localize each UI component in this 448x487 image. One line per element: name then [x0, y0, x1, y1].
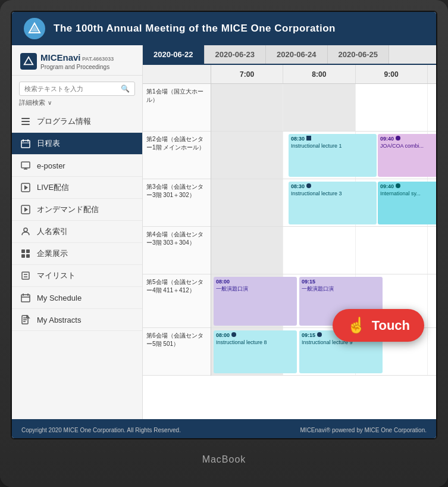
sidebar-item-ondemand[interactable]: オンデマンド配信 — [12, 199, 142, 221]
sidebar-item-label: プログラム情報 — [37, 116, 91, 127]
sidebar: MICEnavi PAT.4663033 Program and Proceed… — [12, 45, 143, 419]
schedule-container[interactable]: 第1会場（国立大ホール） 第2会場（会議センター1階 メインホール） 第3会場（… — [143, 65, 436, 419]
event-international-sym[interactable]: 09:40 International sy... — [378, 182, 436, 224]
sidebar-item-label: 日程表 — [37, 138, 60, 149]
footer-powered-by: MICEnavi® powered by MICE One Corporatio… — [300, 427, 427, 433]
schedule-row-1 — [211, 84, 436, 132]
time-label-7: 7:00 — [211, 65, 283, 83]
slot-r1-t4 — [428, 84, 436, 131]
event-label: Instructional lecture 1 — [291, 143, 374, 150]
date-tab-2[interactable]: 2020-06-23 — [205, 45, 267, 64]
touch-overlay: ☝️ Touch — [333, 309, 424, 342]
sidebar-item-myabstracts[interactable]: My Abstracts — [12, 309, 142, 331]
svg-rect-21 — [26, 254, 30, 258]
svg-rect-3 — [21, 118, 30, 119]
event-instructional-1[interactable]: 08:30 Instructional lecture 1 — [289, 134, 377, 177]
svg-rect-4 — [21, 121, 30, 122]
footer-copyright: Copyright 2020 MICE One Corporation. All… — [21, 427, 181, 433]
event-general-1[interactable]: 08:00 一般演題口演 — [214, 277, 297, 326]
search-detail[interactable]: 詳細検索 ∨ — [19, 98, 135, 107]
slot-r4-t1 — [211, 227, 283, 274]
event-label: Instructional lecture 8 — [216, 339, 295, 346]
svg-marker-2 — [24, 57, 33, 65]
monitor-icon — [20, 160, 31, 171]
date-tab-1[interactable]: 2020-06-22 — [143, 45, 205, 64]
svg-rect-6 — [21, 141, 30, 148]
event-time: 08:00 — [216, 332, 295, 339]
event-instructional-3[interactable]: 08:30 Instructional lecture 3 — [289, 182, 377, 224]
search-icon: 🔍 — [121, 85, 130, 93]
event-time: 09:40 — [380, 183, 436, 191]
chevron-down-icon: ∨ — [48, 99, 52, 106]
time-label-9: 9:00 — [356, 65, 428, 83]
list-icon — [20, 116, 31, 127]
person-icon — [20, 226, 31, 237]
slot-r2-t1 — [211, 132, 283, 179]
sidebar-item-label: 人名索引 — [37, 226, 68, 237]
app-header: The 100th Annual Meeting of the MICE One… — [12, 12, 436, 45]
sidebar-item-exhibit[interactable]: 企業展示 — [12, 243, 142, 265]
event-instructional-8[interactable]: 08:00 Instructional lecture 8 — [214, 330, 297, 373]
sidebar-item-label: My Abstracts — [37, 316, 81, 324]
venue-3: 第3会場（会議センター3階 301＋302） — [143, 179, 211, 227]
schedule-row-4 — [211, 227, 436, 274]
venue-6: 第6会場（会議センター5階 501） — [143, 328, 211, 376]
date-tab-4[interactable]: 2020-06-25 — [328, 45, 390, 64]
app-logo — [24, 18, 45, 39]
sidebar-item-label: 企業展示 — [37, 248, 68, 259]
schedule-row-3: 08:30 Instructional lecture 3 09:40 Inte… — [211, 179, 436, 227]
venue-1: 第1会場（国立大ホール） — [143, 84, 211, 132]
slot-r1-t1 — [211, 84, 283, 131]
schedule-row-2: 08:30 Instructional lecture 1 09:40 JOA/… — [211, 132, 436, 179]
sidebar-item-label: e-poster — [37, 161, 65, 170]
event-label: 一般演題口演 — [302, 286, 380, 293]
sidebar-item-live[interactable]: LIVE配信 — [12, 177, 142, 199]
sidebar-item-mylist[interactable]: マイリスト — [12, 265, 142, 287]
sidebar-brand: MICEnavi PAT.4663033 Program and Proceed… — [12, 45, 142, 76]
svg-rect-18 — [21, 249, 25, 253]
slot-r5-t4 — [428, 274, 436, 327]
slot-r3-t1 — [211, 179, 283, 226]
event-label: International sy... — [380, 191, 436, 198]
search-detail-label: 詳細検索 — [19, 98, 45, 107]
sidebar-nav: プログラム情報 日程表 — [12, 111, 142, 419]
event-time: 08:00 — [216, 279, 295, 286]
event-time: 09:40 — [380, 136, 436, 143]
sidebar-item-eposter[interactable]: e-poster — [12, 155, 142, 177]
sidebar-item-myschedule[interactable]: My Schedule — [12, 287, 142, 309]
svg-rect-22 — [22, 272, 29, 279]
event-label: Instructional lecture 3 — [291, 191, 374, 198]
app-body: MICEnavi PAT.4663033 Program and Proceed… — [12, 45, 436, 419]
touch-bubble: ☝️ Touch — [333, 309, 424, 342]
venue-header — [143, 65, 211, 84]
event-time: 09:15 — [302, 279, 380, 286]
search-input[interactable] — [24, 85, 121, 92]
sidebar-item-authors[interactable]: 人名索引 — [12, 221, 142, 243]
search-box[interactable]: 🔍 — [19, 82, 135, 96]
slot-r4-t3 — [356, 227, 428, 274]
event-joacao[interactable]: 09:40 JOA/COA combi... — [378, 134, 436, 177]
time-label-8: 8:00 — [283, 65, 355, 83]
sidebar-item-label: オンデマンド配信 — [37, 204, 99, 215]
play-icon — [20, 182, 31, 193]
search-area: 🔍 詳細検索 ∨ — [12, 76, 142, 111]
laptop-label: MacBook — [202, 454, 246, 465]
slot-r4-t4 — [428, 227, 436, 274]
time-header: 7:00 8:00 9:00 10:00 — [211, 65, 436, 84]
touch-hand-icon: ☝️ — [347, 316, 366, 335]
brand-name: MICEnavi PAT.4663033 Program and Proceed… — [40, 52, 114, 70]
svg-rect-5 — [21, 124, 30, 125]
main-content: 2020-06-22 2020-06-23 2020-06-24 2020-06… — [143, 45, 436, 419]
calendar-icon — [20, 138, 31, 149]
footer-right: MICEnavi® powered by MICE One Corporatio… — [300, 427, 427, 433]
laptop-base: MacBook — [11, 439, 437, 475]
event-time: 08:30 — [291, 183, 374, 191]
sidebar-item-schedule[interactable]: 日程表 — [12, 133, 142, 155]
venue-5: 第5会場（会議センター4階 411＋412） — [143, 274, 211, 328]
event-label: 一般演題口演 — [216, 286, 295, 293]
venue-2: 第2会場（会議センター1階 メインホール） — [143, 132, 211, 179]
sidebar-item-program[interactable]: プログラム情報 — [12, 111, 142, 133]
doc-icon — [20, 314, 31, 325]
date-tab-3[interactable]: 2020-06-24 — [266, 45, 328, 64]
brand-subtitle: Program and Proceedings — [40, 64, 114, 70]
